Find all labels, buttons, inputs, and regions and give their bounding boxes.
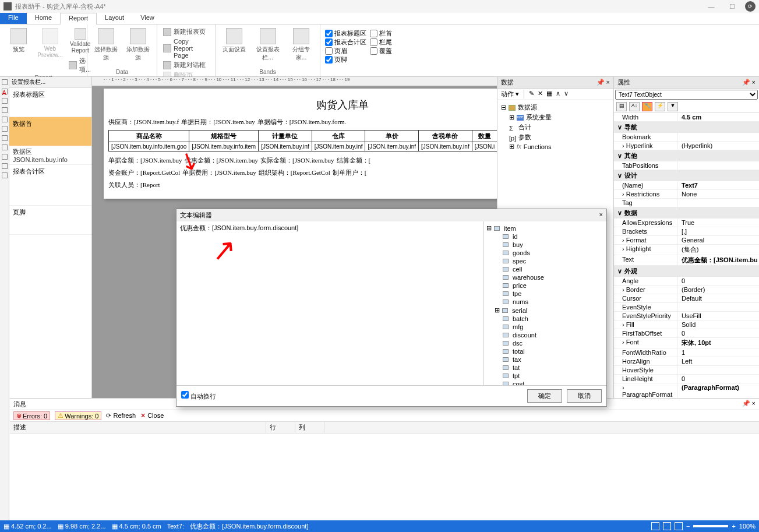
report-page[interactable]: 购货入库单 供应商：[JSON.item.buy.f 单据日期：[JSON.it…: [104, 89, 497, 199]
close-messages-button[interactable]: ✕ Close: [140, 412, 164, 420]
chk-col-head[interactable]: 栏首: [370, 29, 392, 38]
chk-page-header[interactable]: 页眉: [325, 47, 366, 55]
tree-datasource[interactable]: ⊟数据源: [501, 103, 610, 112]
minimize-button[interactable]: —: [703, 3, 719, 10]
errors-counter[interactable]: ⊗Errors: 0: [13, 411, 50, 420]
field-creator[interactable]: 制单用户：[: [333, 168, 367, 177]
tool-other-icon[interactable]: [2, 172, 8, 178]
band-data-row[interactable]: 数据区JSON.item.buy.info: [9, 146, 91, 165]
report-title[interactable]: 购货入库单: [108, 98, 497, 112]
tree-field-tpe[interactable]: tpe: [486, 290, 604, 298]
tree-field-spec[interactable]: spec: [486, 257, 604, 265]
tree-field-warehouse[interactable]: warehouse: [486, 273, 604, 281]
new-dialog-button[interactable]: 新建对话框: [162, 60, 207, 70]
dialog-close-button[interactable]: ×: [599, 211, 603, 220]
menu-layout[interactable]: Layout: [97, 13, 132, 24]
messages-tab[interactable]: 消息: [13, 400, 26, 408]
ok-button[interactable]: 确定: [527, 389, 562, 403]
choose-datasource-button[interactable]: 选择数据源: [92, 27, 121, 63]
chk-col-foot[interactable]: 栏尾: [370, 38, 392, 47]
prop-az-btn[interactable]: A↓: [629, 102, 640, 111]
chk-overlay[interactable]: 覆盖: [370, 47, 392, 55]
zoom-out-button[interactable]: −: [686, 523, 690, 530]
tree-field-tat[interactable]: tat: [486, 364, 604, 372]
tool-image-icon[interactable]: [2, 98, 8, 104]
tree-field-cell[interactable]: cell: [486, 265, 604, 273]
view-icon-1[interactable]: [651, 522, 659, 530]
view-icon-2[interactable]: [663, 522, 671, 530]
tb-view-icon[interactable]: ▦: [546, 90, 552, 98]
warnings-counter[interactable]: ⚠Warnings: 0: [55, 411, 101, 420]
web-preview-button[interactable]: Web Preview...: [36, 27, 64, 59]
cancel-button[interactable]: 取消: [567, 389, 602, 403]
copy-page-button[interactable]: Copy Report Page: [162, 37, 210, 59]
tree-field-serial[interactable]: ⊞ serial: [486, 306, 604, 315]
menu-home[interactable]: Home: [27, 13, 60, 24]
tool-svg-icon[interactable]: [2, 107, 8, 113]
tree-field-tpt[interactable]: tpt: [486, 372, 604, 380]
prop-filter-btn[interactable]: ▼: [668, 102, 678, 111]
tree-field-nums[interactable]: nums: [486, 298, 604, 306]
prop-event-btn[interactable]: ⚡: [655, 102, 665, 111]
tool-barcode-icon[interactable]: [2, 135, 8, 141]
tree-field-item[interactable]: ⊞ item: [486, 224, 604, 232]
editor-textarea[interactable]: 优惠金额：[JSON.item.buy.form.discount] ↗: [176, 221, 484, 385]
prop-cat-btn[interactable]: ▤: [616, 102, 627, 111]
menu-report[interactable]: Report: [60, 13, 97, 24]
report-table[interactable]: 商品名称规格型号计量单位仓库单价含税单价数量折扣额金额价税 [JSON.item…: [108, 130, 497, 152]
tool-shape-icon[interactable]: [2, 126, 8, 132]
prop-wrench-btn[interactable]: 🔧: [642, 102, 652, 111]
tool-table-icon[interactable]: [2, 154, 8, 160]
band-page-footer[interactable]: 页脚: [9, 206, 91, 235]
messages-pin-icon[interactable]: 📌 ×: [742, 400, 756, 408]
tool-chart-icon[interactable]: [2, 145, 8, 150]
field-related[interactable]: 关联人员：[Report: [108, 181, 160, 189]
field-supplier[interactable]: 供应商：[JSON.item.buy.f: [108, 118, 179, 126]
zoom-slider[interactable]: [693, 525, 728, 527]
field-settle[interactable]: 结算金额：[: [337, 156, 371, 165]
tree-totals[interactable]: Σ合计: [501, 122, 610, 132]
chk-title-area[interactable]: 报表标题区: [325, 29, 366, 38]
field-org[interactable]: 组织架构：[Report.GetCol: [259, 168, 330, 177]
chk-summary-area[interactable]: 报表合计区: [325, 38, 366, 47]
tool-pointer-icon[interactable]: [2, 79, 8, 85]
tb-delete-icon[interactable]: ✕: [538, 90, 543, 98]
dialog-field-tree[interactable]: ⊞ itemidbuygoodsspeccellwarehousepricetp…: [484, 221, 606, 385]
tree-field-goods[interactable]: goods: [486, 249, 604, 257]
tool-text-icon[interactable]: A: [2, 89, 8, 94]
chk-page-footer[interactable]: 页脚: [325, 55, 366, 64]
refresh-button[interactable]: ⟳ Refresh: [106, 412, 136, 420]
band-data-header[interactable]: 数据首: [9, 117, 91, 146]
zoom-in-button[interactable]: +: [732, 523, 735, 530]
tree-params[interactable]: [p]参数: [501, 132, 610, 142]
page-setup-button[interactable]: 页面设置: [220, 27, 248, 55]
tree-field-buy[interactable]: buy: [486, 241, 604, 249]
object-selector[interactable]: Text7 TextObject: [615, 90, 758, 100]
maximize-button[interactable]: ☐: [724, 3, 740, 10]
field-billno[interactable]: 单据编号：[JSON.item.buy.form.: [257, 118, 347, 126]
band-title[interactable]: 报表标题区: [9, 88, 91, 117]
help-button[interactable]: ⟳: [745, 1, 756, 12]
tree-field-mfg[interactable]: mfg: [486, 323, 604, 331]
field-billamount[interactable]: 单据金额：[JSON.item.buy: [108, 156, 182, 165]
tool-line-icon[interactable]: [2, 117, 8, 122]
band-setup-button[interactable]: 设置报表栏...: [252, 27, 284, 63]
tree-field-tax[interactable]: tax: [486, 355, 604, 364]
tree-functions[interactable]: ⊞fxFunctions: [501, 142, 610, 151]
tb-down-icon[interactable]: ∨: [564, 90, 569, 98]
menu-view[interactable]: View: [132, 13, 163, 24]
band-summary[interactable]: 报表合计区: [9, 165, 91, 206]
tree-sysvar[interactable]: ⊞vce系统变量: [501, 112, 610, 122]
menu-file[interactable]: File: [0, 13, 27, 24]
tree-field-batch[interactable]: batch: [486, 315, 604, 323]
actions-dropdown[interactable]: 动作 ▾: [501, 90, 519, 98]
tree-field-dsc[interactable]: dsc: [486, 339, 604, 347]
group-expert-button[interactable]: 分组专家...: [287, 27, 315, 63]
panel-pin-icon[interactable]: 📌 ×: [596, 79, 610, 86]
field-actual[interactable]: 实际金额：[JSON.item.buy: [260, 156, 334, 165]
new-page-button[interactable]: 新建报表页: [162, 27, 207, 37]
prop-pin-icon[interactable]: 📌 ×: [742, 79, 756, 86]
tree-field-discount[interactable]: discount: [486, 331, 604, 339]
tree-field-total[interactable]: total: [486, 347, 604, 355]
band-panel-header[interactable]: 设置报表栏...: [9, 77, 91, 88]
